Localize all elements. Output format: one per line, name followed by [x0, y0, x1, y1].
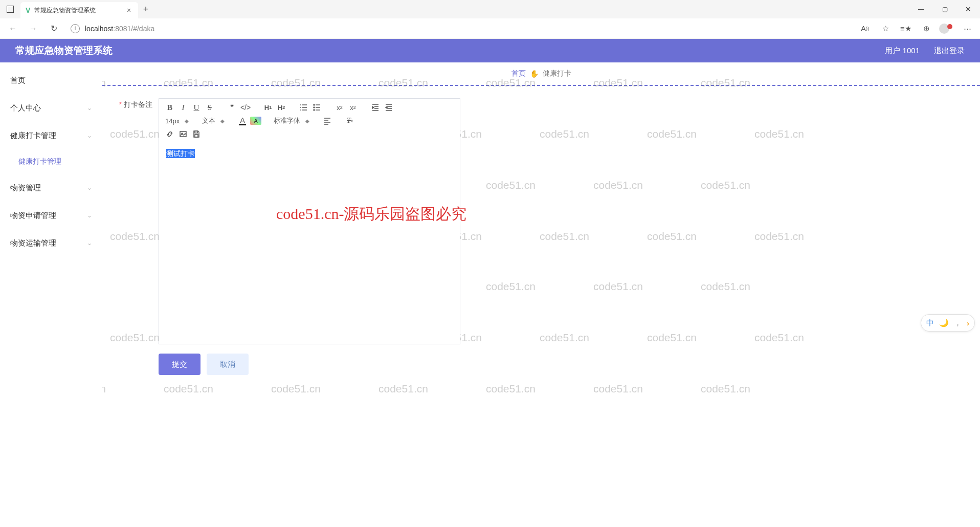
svg-point-0: [314, 104, 315, 105]
ime-lang-icon[interactable]: 中: [926, 318, 934, 328]
ime-moon-icon[interactable]: 🌙: [939, 318, 949, 327]
window-minimize-icon[interactable]: —: [909, 0, 933, 18]
favorites-bar-icon[interactable]: ≡★: [897, 20, 915, 37]
editor-toolbar: B I U S ❞ </> H1 H2: [159, 99, 460, 143]
sidebar-item-home[interactable]: 首页: [0, 67, 102, 94]
svg-point-2: [314, 109, 315, 111]
sidebar-item-apply[interactable]: 物资申请管理⌄: [0, 202, 102, 229]
sidebar-item-health[interactable]: 健康打卡管理⌄: [0, 122, 102, 149]
sidebar-item-material[interactable]: 物资管理⌄: [0, 174, 102, 202]
indent-button[interactable]: [370, 102, 381, 113]
svg-rect-5: [195, 131, 197, 133]
breadcrumb: 首页 ✋ 健康打卡: [113, 62, 970, 85]
profile-icon[interactable]: [938, 20, 955, 37]
outdent-button[interactable]: [383, 102, 394, 113]
strikethrough-button[interactable]: S: [204, 102, 215, 113]
rich-text-editor: B I U S ❞ </> H1 H2: [159, 98, 460, 344]
refresh-button[interactable]: ↻: [45, 20, 62, 37]
user-label[interactable]: 用户 1001: [885, 46, 920, 56]
font-size-select[interactable]: 14px◆: [163, 114, 191, 127]
favicon-vue-icon: V: [26, 6, 30, 14]
font-color-button[interactable]: A: [237, 115, 248, 126]
collections-icon[interactable]: ⊕: [918, 20, 935, 37]
submit-button[interactable]: 提交: [159, 354, 201, 375]
new-tab-button[interactable]: +: [138, 2, 153, 17]
logout-button[interactable]: 退出登录: [934, 46, 965, 56]
browser-chrome: V 常规应急物资管理系统 × + — ▢ ✕ ← → ↻ i localhost…: [0, 0, 980, 39]
app-header: 常规应急物资管理系统 用户 1001 退出登录: [0, 39, 980, 62]
divider: [102, 85, 980, 86]
tab-title: 常规应急物资管理系统: [34, 6, 121, 15]
address-bar[interactable]: i localhost:8081/#/daka: [65, 21, 853, 36]
sidebar-item-personal[interactable]: 个人中心⌄: [0, 94, 102, 122]
chevron-down-icon: ⌄: [87, 104, 92, 112]
link-button[interactable]: [164, 128, 175, 140]
svg-rect-6: [195, 135, 198, 137]
superscript-button[interactable]: x2: [347, 102, 359, 113]
chevron-down-icon: ⌄: [87, 132, 92, 139]
ime-punct640,0 -interactable=: ，: [954, 318, 962, 328]
paragraph-select[interactable]: 文本◆: [200, 114, 227, 127]
chevron-down-icon: ⌄: [87, 239, 92, 247]
italic-button[interactable]: I: [177, 102, 189, 113]
window-maximize-icon[interactable]: ▢: [933, 0, 956, 18]
sidebar: 首页 个人中心⌄ 健康打卡管理⌄ 健康打卡管理 物资管理⌄ 物资申请管理⌄ 物资…: [0, 62, 102, 527]
app-title: 常规应急物资管理系统: [15, 44, 113, 57]
favorite-icon[interactable]: ☆: [877, 20, 894, 37]
breadcrumb-current: 健康打卡: [543, 69, 571, 78]
breadcrumb-home[interactable]: 首页: [511, 69, 526, 78]
svg-point-1: [314, 107, 315, 108]
ime-floating-bar[interactable]: 中 🌙 ， ›: [921, 314, 975, 332]
ordered-list-button[interactable]: [298, 102, 309, 113]
editor-content[interactable]: 测试打卡: [159, 143, 460, 344]
underline-button[interactable]: U: [191, 102, 202, 113]
main-content: 首页 ✋ 健康打卡 *打卡备注 B I U S: [102, 62, 980, 527]
site-info-icon[interactable]: i: [71, 24, 80, 33]
form-label-note: *打卡备注: [113, 98, 159, 109]
code-button[interactable]: </>: [240, 102, 251, 113]
subscript-button[interactable]: x2: [334, 102, 345, 113]
hand-emoji-icon: ✋: [530, 70, 539, 78]
url-text: localhost:8081/#/daka: [85, 25, 154, 33]
browser-tab[interactable]: V 常规应急物资管理系统 ×: [20, 2, 138, 18]
sidebar-item-health-sub[interactable]: 健康打卡管理: [0, 149, 102, 174]
forward-button[interactable]: →: [25, 20, 42, 37]
selected-text: 测试打卡: [166, 149, 195, 158]
read-aloud-icon[interactable]: A)): [856, 20, 874, 37]
h2-button[interactable]: H2: [276, 102, 287, 113]
menu-icon[interactable]: ⋯: [959, 20, 976, 37]
h1-button[interactable]: H1: [262, 102, 274, 113]
font-family-select[interactable]: 标准字体◆: [272, 114, 311, 127]
tab-close-icon[interactable]: ×: [125, 6, 133, 14]
bg-color-button[interactable]: A: [250, 117, 261, 125]
save-button[interactable]: [191, 128, 202, 140]
chevron-down-icon: ⌄: [87, 212, 92, 219]
align-button[interactable]: [322, 115, 333, 126]
clear-format-button[interactable]: Tx: [344, 115, 355, 126]
window-close-icon[interactable]: ✕: [956, 0, 980, 18]
window-menu-icon[interactable]: [0, 0, 20, 18]
back-button[interactable]: ←: [4, 20, 21, 37]
ime-expand-icon[interactable]: ›: [967, 319, 969, 327]
cancel-button[interactable]: 取消: [207, 354, 249, 375]
chevron-down-icon: ⌄: [87, 184, 92, 191]
sidebar-item-transport[interactable]: 物资运输管理⌄: [0, 229, 102, 257]
image-button[interactable]: [177, 128, 189, 140]
bold-button[interactable]: B: [164, 102, 175, 113]
unordered-list-button[interactable]: [311, 102, 323, 113]
quote-button[interactable]: ❞: [227, 102, 238, 113]
